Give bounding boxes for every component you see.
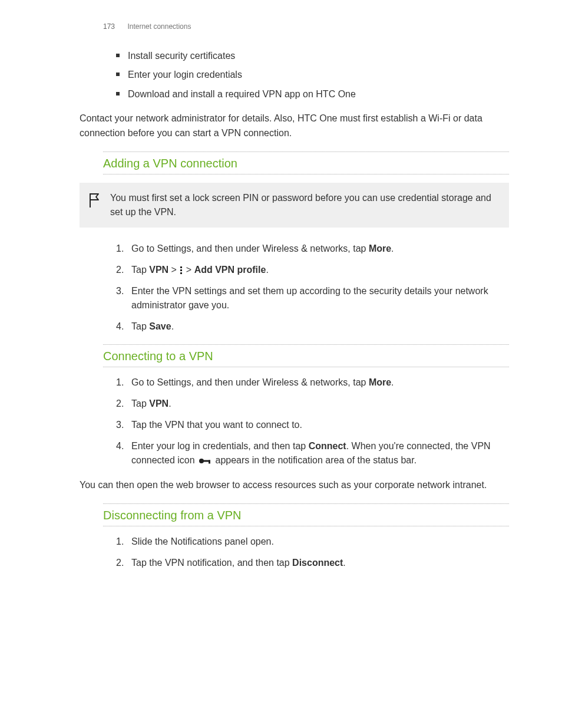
section-heading-disconnecting: Disconnecting from a VPN bbox=[103, 503, 509, 526]
step-text: appears in the notification area of the … bbox=[213, 455, 416, 465]
step-bold: More bbox=[369, 243, 391, 253]
disconnecting-steps: Slide the Notifications panel open. Tap … bbox=[116, 535, 509, 570]
step-item: Go to Settings, and then under Wireless … bbox=[116, 375, 509, 390]
section-heading-connecting: Connecting to a VPN bbox=[103, 344, 509, 367]
note-text: You must first set a lock screen PIN or … bbox=[110, 191, 498, 219]
page-header: 173 Internet connections bbox=[103, 22, 509, 31]
step-item: Tap VPN > > Add VPN profile. bbox=[116, 263, 509, 277]
list-item: Enter your login credentials bbox=[128, 68, 509, 81]
overflow-menu-icon bbox=[180, 266, 182, 274]
step-text: . bbox=[266, 265, 268, 275]
step-text: . bbox=[391, 243, 394, 253]
step-text: . bbox=[391, 377, 394, 387]
connecting-steps: Go to Settings, and then under Wireless … bbox=[116, 375, 509, 467]
step-text: . bbox=[343, 558, 345, 568]
step-text: Go to Settings, and then under Wireless … bbox=[131, 243, 369, 253]
step-bold: Add VPN profile bbox=[194, 265, 266, 275]
step-bold: More bbox=[369, 377, 391, 387]
step-text: . bbox=[171, 321, 174, 331]
step-text: > bbox=[183, 265, 194, 275]
flag-icon bbox=[88, 192, 101, 209]
step-text: Tap bbox=[131, 321, 149, 331]
step-text: Tap bbox=[131, 398, 149, 409]
document-page: 173 Internet connections Install securit… bbox=[0, 0, 562, 570]
list-item: Download and install a required VPN app … bbox=[128, 88, 509, 101]
step-text: Go to Settings, and then under Wireless … bbox=[131, 377, 369, 387]
step-item: Go to Settings, and then under Wireless … bbox=[116, 242, 509, 256]
note-callout: You must first set a lock screen PIN or … bbox=[80, 183, 509, 228]
vpn-key-icon bbox=[199, 457, 211, 465]
step-item: Enter the VPN settings and set them up a… bbox=[116, 284, 509, 312]
step-text: Tap the VPN notification, and then tap bbox=[131, 558, 292, 568]
step-bold: Connect bbox=[309, 441, 346, 451]
connecting-after-paragraph: You can then open the web browser to acc… bbox=[80, 478, 509, 493]
svg-rect-2 bbox=[209, 460, 210, 463]
step-item: Tap Save. bbox=[116, 319, 509, 334]
step-bold: VPN bbox=[149, 265, 168, 275]
step-item: Tap VPN. bbox=[116, 397, 509, 411]
intro-paragraph: Contact your network administrator for d… bbox=[80, 111, 509, 141]
step-item: Enter your log in credentials, and then … bbox=[116, 439, 509, 467]
page-number: 173 bbox=[103, 22, 115, 31]
adding-steps: Go to Settings, and then under Wireless … bbox=[116, 242, 509, 334]
step-item: Tap the VPN notification, and then tap D… bbox=[116, 556, 509, 570]
step-text: Enter your log in credentials, and then … bbox=[131, 441, 309, 451]
list-item: Install security certificates bbox=[128, 50, 509, 62]
section-heading-adding: Adding a VPN connection bbox=[103, 151, 509, 174]
header-section-title: Internet connections bbox=[127, 22, 191, 31]
step-text: > bbox=[168, 265, 179, 275]
step-item: Tap the VPN that you want to connect to. bbox=[116, 418, 509, 432]
svg-point-0 bbox=[199, 459, 204, 463]
step-item: Slide the Notifications panel open. bbox=[116, 535, 509, 549]
step-text: . bbox=[168, 398, 171, 409]
step-text: Tap bbox=[131, 265, 149, 275]
step-bold: VPN bbox=[149, 398, 168, 409]
step-bold: Disconnect bbox=[292, 558, 343, 568]
intro-bullet-list: Install security certificates Enter your… bbox=[128, 50, 509, 101]
step-bold: Save bbox=[149, 321, 171, 331]
